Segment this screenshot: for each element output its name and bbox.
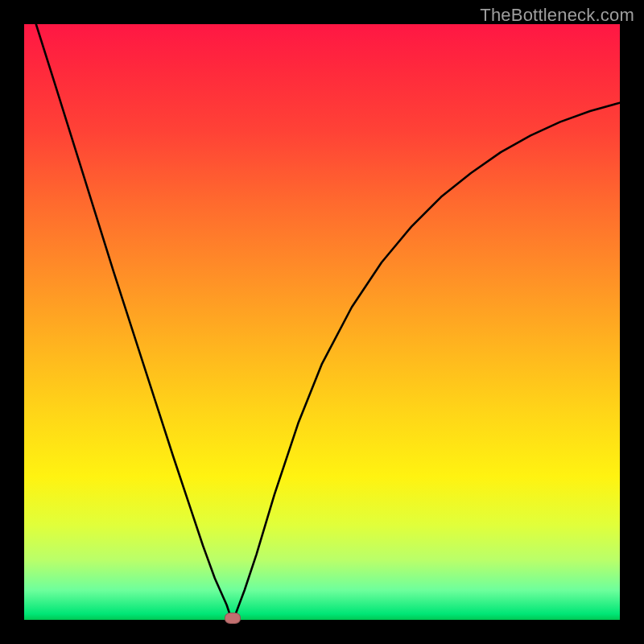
curve-svg: [24, 24, 620, 620]
optimum-marker: [225, 613, 241, 624]
watermark-text: TheBottleneck.com: [480, 5, 634, 26]
plot-area: [24, 24, 620, 620]
bottleneck-curve: [36, 24, 620, 618]
chart-frame: TheBottleneck.com: [0, 0, 644, 644]
